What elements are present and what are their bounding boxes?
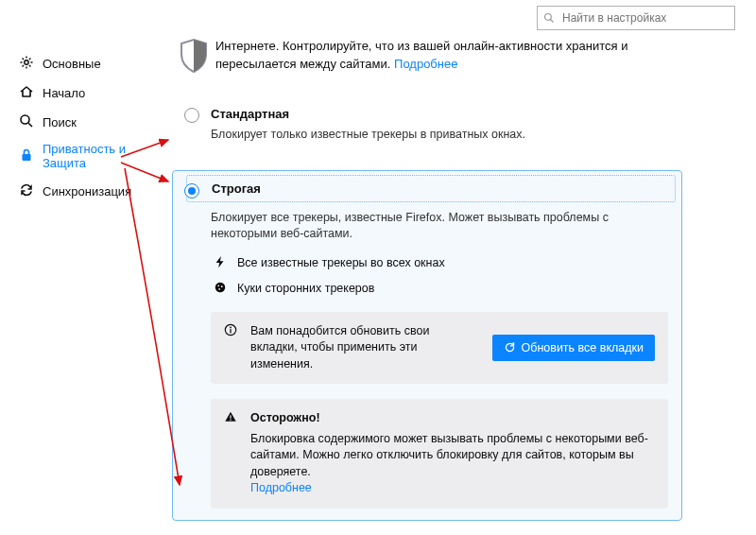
bullet-label: Куки сторонних трекеров (237, 282, 374, 295)
warning-more-link[interactable]: Подробнее (250, 481, 312, 494)
main-content: Интернете. Контролируйте, что из вашей о… (172, 38, 682, 535)
svg-rect-13 (230, 415, 231, 419)
search-icon (543, 12, 555, 24)
svg-line-1 (551, 20, 554, 23)
svg-point-6 (215, 282, 226, 292)
reload-infobox: Вам понадобится обновить свои вкладки, ч… (211, 312, 668, 385)
bullet-trackers: Все известные трекеры во всех окнах (211, 255, 668, 271)
info-icon (224, 323, 243, 373)
sidebar-item-sync[interactable]: Синхронизация (13, 177, 163, 206)
sidebar-item-home[interactable]: Начало (13, 78, 163, 108)
sidebar-item-search[interactable]: Поиск (13, 108, 163, 137)
warning-icon (224, 410, 243, 497)
radio-strict[interactable] (184, 183, 199, 198)
search-icon (17, 113, 36, 131)
sidebar-item-privacy[interactable]: Приватность и Защита (13, 137, 163, 177)
reload-icon (504, 341, 516, 354)
warning-text: Блокировка содержимого может вызывать пр… (250, 431, 655, 481)
gear-icon (17, 55, 36, 73)
option-standard-title: Стандартная (211, 107, 668, 121)
reload-button-label: Обновить все вкладки (522, 341, 644, 354)
lock-icon (17, 147, 36, 165)
svg-point-8 (221, 285, 223, 287)
option-standard[interactable]: Стандартная Блокирует только известные т… (172, 95, 682, 155)
option-strict-title: Строгая (212, 181, 667, 196)
svg-point-0 (545, 14, 552, 21)
warning-title: Осторожно! (250, 410, 655, 427)
strict-bullet-list: Все известные трекеры во всех окнах Куки… (211, 255, 668, 297)
search-input[interactable] (560, 10, 729, 26)
option-standard-desc: Блокирует только известные трекеры в при… (211, 127, 668, 143)
sync-icon (17, 182, 36, 200)
sidebar-item-general[interactable]: Основные (13, 49, 163, 78)
info-text: Вам понадобится обновить свои вкладки, ч… (250, 323, 479, 373)
sidebar-item-label: Начало (43, 86, 85, 100)
intro-more-link[interactable]: Подробнее (394, 57, 457, 71)
cookie-icon (211, 281, 230, 297)
bullet-label: Все известные трекеры во всех окнах (237, 256, 445, 269)
reload-tabs-button[interactable]: Обновить все вкладки (492, 335, 656, 361)
sidebar-item-label: Приватность и Защита (43, 143, 126, 171)
shield-icon (172, 38, 215, 74)
svg-point-14 (230, 420, 232, 422)
sidebar-item-label: Основные (43, 57, 101, 71)
radio-standard[interactable] (184, 108, 199, 123)
sidebar-item-label: Синхронизация (43, 184, 131, 198)
warning-box: Осторожно! Блокировка содержимого может … (211, 399, 668, 509)
intro-row: Интернете. Контролируйте, что из вашей о… (172, 38, 682, 74)
bolt-icon (211, 255, 230, 271)
search-field-wrap[interactable] (537, 6, 735, 30)
sidebar: Основные Начало Поиск Приватность и Защи… (13, 49, 163, 206)
option-strict-desc: Блокирует все трекеры, известные Firefox… (211, 210, 668, 242)
svg-point-2 (25, 60, 28, 64)
svg-point-11 (230, 326, 232, 328)
svg-point-9 (218, 288, 220, 290)
svg-rect-12 (230, 329, 231, 333)
bullet-cookies: Куки сторонних трекеров (211, 281, 668, 297)
svg-line-4 (28, 123, 32, 127)
svg-point-3 (21, 115, 29, 124)
sidebar-item-label: Поиск (43, 115, 77, 129)
svg-point-7 (217, 285, 219, 286)
home-icon (17, 84, 36, 102)
svg-rect-5 (23, 154, 31, 161)
option-strict[interactable]: Строгая Блокирует все трекеры, известные… (172, 170, 682, 521)
